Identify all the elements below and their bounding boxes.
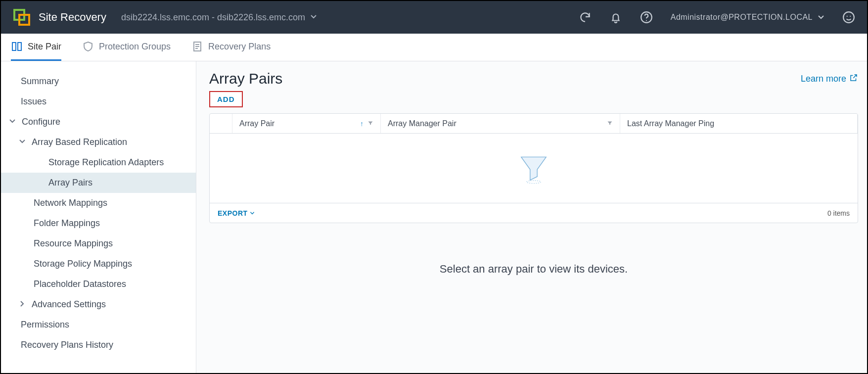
- sidebar-item-folder-mappings[interactable]: Folder Mappings: [1, 213, 196, 234]
- main-tabs: Site Pair Protection Groups Recovery Pla…: [1, 34, 867, 61]
- svg-point-13: [527, 180, 541, 183]
- sidebar-label: Array Based Replication: [32, 137, 127, 147]
- svg-point-4: [843, 12, 854, 23]
- chevron-down-icon: [9, 117, 18, 127]
- chevron-down-icon: [19, 137, 28, 147]
- svg-point-6: [850, 16, 851, 17]
- filter-icon[interactable]: [607, 119, 613, 128]
- column-array-pair[interactable]: Array Pair ↑: [232, 114, 381, 133]
- main-content: Array Pairs Learn more ADD Array Pair ↑: [196, 61, 867, 373]
- table-empty-body: [210, 134, 858, 203]
- tab-recovery-plans[interactable]: Recovery Plans: [191, 34, 271, 61]
- chevron-down-icon: [310, 12, 317, 23]
- sidebar-item-resource-mappings[interactable]: Resource Mappings: [1, 234, 196, 254]
- app-title: Site Recovery: [39, 11, 106, 24]
- sidebar-item-advanced-settings[interactable]: Advanced Settings: [1, 294, 196, 315]
- shield-icon: [82, 41, 94, 52]
- page-title: Array Pairs: [209, 70, 282, 87]
- logo-area: Site Recovery: [13, 8, 106, 26]
- column-label: Last Array Manager Ping: [627, 119, 714, 128]
- sidebar-item-summary[interactable]: Summary: [1, 71, 196, 92]
- sidebar-label: Configure: [22, 117, 60, 127]
- column-checkbox[interactable]: [210, 114, 232, 133]
- site-pair-text: dsib2224.lss.emc.com - dsib2226.lss.emc.…: [121, 12, 305, 23]
- sidebar-item-configure[interactable]: Configure: [1, 112, 196, 132]
- funnel-empty-icon: [516, 150, 551, 187]
- chevron-down-icon: [250, 209, 255, 217]
- add-button[interactable]: ADD: [209, 91, 243, 107]
- column-label: Array Pair: [239, 119, 274, 128]
- top-bar: Site Recovery dsib2224.lss.emc.com - dsi…: [1, 1, 867, 34]
- export-label: EXPORT: [218, 209, 248, 217]
- svg-point-5: [847, 16, 848, 17]
- sidebar: Summary Issues Configure Array Based Rep…: [1, 61, 196, 373]
- learn-more-label: Learn more: [801, 74, 846, 84]
- sidebar-item-network-mappings[interactable]: Network Mappings: [1, 193, 196, 213]
- body: Summary Issues Configure Array Based Rep…: [1, 61, 867, 373]
- site-pair-icon: [11, 41, 23, 52]
- top-action-icons: Administrator@PROTECTION.LOCAL: [579, 11, 855, 24]
- sort-ascending-icon[interactable]: ↑: [360, 120, 364, 128]
- user-name: Administrator@PROTECTION.LOCAL: [671, 13, 813, 22]
- sidebar-item-array-pairs[interactable]: Array Pairs: [1, 173, 196, 193]
- chevron-down-icon: [818, 14, 824, 21]
- column-label: Array Manager Pair: [388, 119, 457, 128]
- column-array-manager-pair[interactable]: Array Manager Pair: [381, 114, 620, 133]
- sidebar-item-issues[interactable]: Issues: [1, 92, 196, 112]
- export-button[interactable]: EXPORT: [218, 209, 255, 217]
- svg-point-3: [646, 20, 647, 21]
- site-pair-dropdown[interactable]: dsib2224.lss.emc.com - dsib2226.lss.emc.…: [121, 12, 317, 23]
- svg-rect-7: [12, 43, 16, 50]
- tab-protection-groups[interactable]: Protection Groups: [82, 34, 171, 61]
- table-header: Array Pair ↑ Array Manager Pair La: [210, 114, 858, 134]
- empty-hint: Select an array pair to view its devices…: [209, 263, 858, 276]
- app-logo-icon: [13, 8, 31, 26]
- document-icon: [191, 41, 203, 52]
- chevron-right-icon: [19, 299, 28, 310]
- sort-controls: ↑: [360, 119, 373, 128]
- page-header: Array Pairs Learn more: [209, 70, 858, 87]
- column-last-ping[interactable]: Last Array Manager Ping: [620, 114, 858, 133]
- sidebar-item-storage-replication-adapters[interactable]: Storage Replication Adapters: [1, 152, 196, 173]
- tab-label: Protection Groups: [99, 42, 171, 52]
- table-footer: EXPORT 0 items: [210, 203, 858, 223]
- tab-site-pair[interactable]: Site Pair: [11, 34, 61, 61]
- tab-label: Recovery Plans: [208, 42, 271, 52]
- sidebar-item-placeholder-datastores[interactable]: Placeholder Datastores: [1, 274, 196, 294]
- tab-label: Site Pair: [28, 42, 61, 52]
- smiley-icon[interactable]: [842, 11, 855, 24]
- array-pairs-table: Array Pair ↑ Array Manager Pair La: [209, 113, 858, 223]
- items-count: 0 items: [827, 209, 850, 217]
- sidebar-item-array-based-replication[interactable]: Array Based Replication: [1, 132, 196, 152]
- learn-more-link[interactable]: Learn more: [801, 73, 858, 85]
- bell-icon[interactable]: [609, 11, 622, 24]
- filter-icon[interactable]: [367, 119, 373, 128]
- sidebar-label: Advanced Settings: [32, 299, 106, 310]
- help-icon[interactable]: [640, 11, 653, 24]
- sidebar-item-recovery-plans-history[interactable]: Recovery Plans History: [1, 335, 196, 355]
- sidebar-item-permissions[interactable]: Permissions: [1, 315, 196, 335]
- refresh-icon[interactable]: [579, 11, 592, 24]
- sidebar-item-storage-policy-mappings[interactable]: Storage Policy Mappings: [1, 254, 196, 274]
- user-menu[interactable]: Administrator@PROTECTION.LOCAL: [671, 13, 824, 22]
- external-link-icon: [849, 73, 858, 85]
- svg-rect-8: [18, 43, 21, 50]
